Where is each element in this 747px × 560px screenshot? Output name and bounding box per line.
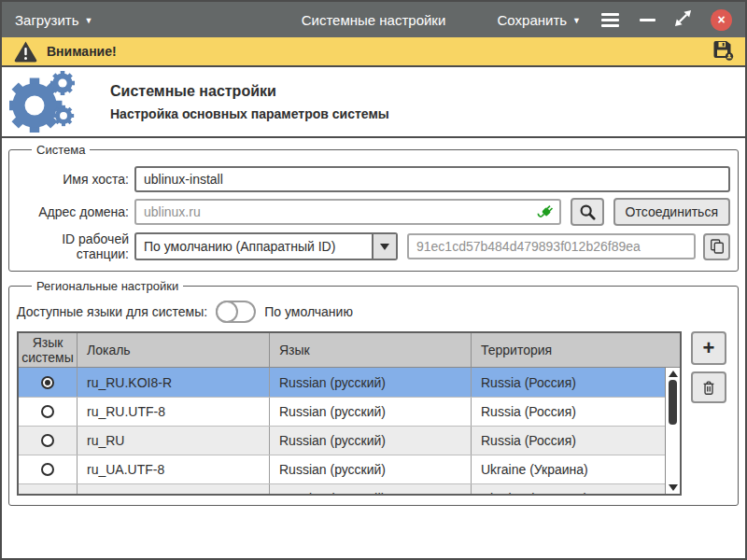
- column-header-system-language: Язык системы: [19, 333, 77, 367]
- add-locale-button[interactable]: +: [691, 331, 726, 365]
- table-row[interactable]: ru_RU.UTF-8 Russian (русский) Russia (Ро…: [19, 397, 680, 426]
- warning-text: Внимание!: [47, 44, 117, 59]
- languages-toggle-row: Доступные языки для системы: По умолчани…: [17, 301, 730, 323]
- save-menu-button[interactable]: Сохранить ▼: [498, 12, 581, 28]
- trash-icon: [700, 379, 717, 396]
- column-header-territory: Территория: [471, 333, 680, 367]
- cell-locale: ru_UA: [77, 484, 269, 496]
- content-area: Система Имя хоста: Адрес домена:: [2, 138, 745, 558]
- languages-toggle-switch[interactable]: [216, 301, 256, 323]
- workstation-id-value-field[interactable]: [407, 233, 696, 259]
- search-domain-button[interactable]: [571, 198, 604, 226]
- maximize-button[interactable]: [674, 9, 692, 31]
- delete-locale-button[interactable]: [691, 371, 726, 403]
- regional-group-legend: Региональные настройки: [32, 279, 183, 293]
- column-header-locale: Локаль: [77, 333, 269, 367]
- table-row[interactable]: ru_RU.KOI8-R Russian (русский) Russia (Р…: [19, 368, 680, 397]
- cell-language: Russian (русский): [269, 484, 471, 496]
- cell-territory: Russia (Россия): [471, 368, 680, 397]
- workstation-id-label: ID рабочей станции:: [17, 231, 134, 261]
- system-language-radio[interactable]: [41, 405, 54, 418]
- search-icon: [579, 203, 596, 220]
- table-row[interactable]: ru_UA Russian (русский) Ukraine (Украина…: [19, 483, 680, 496]
- table-scrollbar[interactable]: [665, 368, 680, 494]
- load-menu-button[interactable]: Загрузить ▼: [15, 12, 92, 28]
- domain-label: Адрес домена:: [17, 204, 134, 219]
- cell-language: Russian (русский): [269, 427, 471, 455]
- disconnect-button-label: Отсоединиться: [626, 204, 718, 219]
- workstation-id-row: ID рабочей станции: По умолчанию (Аппара…: [17, 231, 730, 261]
- save-menu-label: Сохранить: [498, 12, 568, 28]
- copy-id-button[interactable]: [703, 233, 730, 260]
- titlebar: Загрузить ▼ Системные настройки Сохранит…: [2, 2, 745, 37]
- system-language-radio[interactable]: [41, 434, 54, 447]
- combo-dropdown-button[interactable]: [372, 234, 396, 259]
- languages-toggle-label: Доступные языки для системы:: [17, 304, 207, 319]
- minimize-button[interactable]: [640, 19, 655, 21]
- page-header: Системные настройки Настройка основных п…: [2, 67, 745, 138]
- gears-app-icon: [9, 71, 86, 133]
- chevron-down-icon: ▼: [85, 17, 93, 25]
- hostname-label: Имя хоста:: [17, 172, 134, 187]
- cell-locale: ru_RU: [77, 427, 269, 455]
- warning-icon: [13, 40, 38, 63]
- languages-toggle-caption: По умолчанию: [264, 304, 353, 319]
- maximize-icon: [674, 9, 692, 27]
- toggle-knob: [216, 301, 238, 323]
- cell-locale: ru_RU.UTF-8: [77, 398, 269, 426]
- locales-table: Язык системы Локаль Язык Территория ru_R…: [17, 331, 682, 496]
- system-group-legend: Система: [32, 143, 90, 157]
- domain-row: Адрес домена:: [17, 198, 730, 226]
- save-file-icon: [711, 38, 734, 61]
- close-button[interactable]: ×: [711, 9, 732, 31]
- page-subtitle: Настройка основных параметров системы: [110, 106, 389, 121]
- workstation-id-selected-option: По умолчанию (Аппаратный ID): [136, 234, 372, 259]
- system-language-radio[interactable]: [41, 376, 54, 389]
- system-settings-window: Загрузить ▼ Системные настройки Сохранит…: [0, 0, 747, 560]
- system-language-radio[interactable]: [41, 463, 54, 476]
- cell-language: Russian (русский): [269, 455, 471, 483]
- save-to-file-button[interactable]: [711, 38, 734, 64]
- system-group: Система Имя хоста: Адрес домена:: [8, 143, 739, 272]
- cell-locale: ru_UA.UTF-8: [77, 455, 269, 483]
- scrollbar-thumb[interactable]: [669, 380, 677, 425]
- cell-territory: Russia (Россия): [471, 398, 680, 426]
- warning-bar: Внимание!: [2, 37, 745, 67]
- column-header-language: Язык: [269, 333, 471, 367]
- chevron-down-icon: ▼: [572, 17, 581, 25]
- scroll-down-icon[interactable]: [669, 484, 678, 491]
- copy-icon: [709, 238, 726, 255]
- domain-input[interactable]: [134, 199, 561, 225]
- page-title: Системные настройки: [110, 83, 389, 100]
- plug-connected-icon: [536, 203, 555, 226]
- table-side-buttons: +: [691, 331, 726, 496]
- table-header: Язык системы Локаль Язык Территория: [19, 333, 680, 368]
- cell-territory: Russia (Россия): [471, 427, 680, 455]
- titlebar-controls: Сохранить ▼ ×: [498, 9, 732, 31]
- cell-locale: ru_RU.KOI8-R: [77, 368, 269, 397]
- chevron-down-icon: [380, 244, 389, 250]
- table-row[interactable]: ru_UA.UTF-8 Russian (русский) Ukraine (У…: [19, 455, 680, 483]
- disconnect-button[interactable]: Отсоединиться: [613, 198, 730, 226]
- load-menu-label: Загрузить: [15, 12, 79, 28]
- cell-language: Russian (русский): [269, 398, 471, 426]
- menu-icon[interactable]: [599, 11, 621, 29]
- workstation-id-select[interactable]: По умолчанию (Аппаратный ID): [134, 232, 398, 260]
- minimize-icon: [640, 19, 655, 21]
- cell-language: Russian (русский): [269, 368, 471, 397]
- page-header-text: Системные настройки Настройка основных п…: [110, 83, 389, 121]
- cell-territory: Ukraine (Украина): [471, 484, 680, 496]
- hostname-row: Имя хоста:: [17, 166, 730, 192]
- add-icon: +: [703, 338, 715, 358]
- scroll-up-icon[interactable]: [669, 371, 678, 377]
- regional-group: Региональные настройки Доступные языки д…: [8, 279, 739, 506]
- hostname-input[interactable]: [134, 166, 730, 192]
- cell-territory: Ukraine (Украина): [471, 455, 680, 483]
- locales-table-area: Язык системы Локаль Язык Территория ru_R…: [17, 331, 730, 496]
- table-row[interactable]: ru_RU Russian (русский) Russia (Россия): [19, 426, 680, 455]
- window-title: Системные настройки: [302, 12, 446, 28]
- close-icon: ×: [717, 13, 725, 26]
